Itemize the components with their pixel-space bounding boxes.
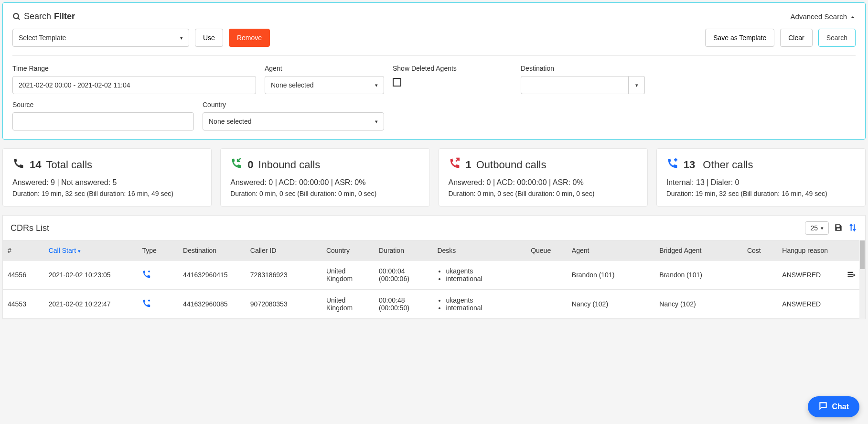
chevron-down-icon: ▾: [821, 225, 824, 231]
page-size-select[interactable]: 25 ▾: [805, 221, 829, 235]
col-header-country[interactable]: Country: [321, 241, 374, 261]
call-type-icon: [142, 273, 151, 281]
vertical-scrollbar[interactable]: [859, 240, 865, 319]
chevron-down-icon: ▾: [375, 119, 378, 125]
cell-desks: ukagentsinternational: [432, 261, 526, 290]
svg-point-0: [13, 14, 19, 19]
outbound-call-icon: [449, 157, 461, 173]
cell-agent: Nancy (102): [567, 290, 655, 319]
agent-select[interactable]: None selected ▾: [265, 76, 384, 94]
save-template-button[interactable]: Save as Template: [705, 29, 774, 47]
country-select[interactable]: None selected ▾: [203, 112, 384, 130]
col-header-destination[interactable]: Destination: [178, 241, 246, 261]
destination-input[interactable]: [521, 76, 629, 94]
other-call-icon: [666, 157, 679, 173]
svg-rect-2: [847, 272, 853, 272]
time-range-input[interactable]: 2021-02-02 00:00 - 2021-02-02 11:04: [12, 76, 256, 94]
col-header-desks[interactable]: Desks: [432, 241, 526, 261]
show-deleted-checkbox[interactable]: [393, 78, 401, 87]
time-range-field: Time Range 2021-02-02 00:00 - 2021-02-02…: [12, 65, 256, 94]
svg-rect-4: [847, 276, 853, 277]
cell-destination: 441632960415: [178, 261, 246, 290]
outbound-calls-card: 1 Outbound calls Answered: 0 | ACD: 00:0…: [439, 148, 648, 207]
show-deleted-field: Show Deleted Agents: [393, 65, 512, 94]
call-type-icon: [142, 302, 151, 310]
search-button[interactable]: Search: [818, 29, 856, 47]
source-field: Source: [12, 101, 194, 130]
cell-caller-id: 7283186923: [246, 261, 321, 290]
time-range-label: Time Range: [12, 65, 256, 72]
col-header-agent[interactable]: Agent: [567, 241, 655, 261]
destination-dropdown-button[interactable]: ▾: [629, 76, 645, 94]
destination-label: Destination: [521, 65, 645, 72]
list-title: CDRs List: [11, 223, 49, 233]
template-select[interactable]: Select Template ▾: [12, 29, 189, 47]
search-icon: [12, 11, 21, 22]
panel-title: Search Filter: [12, 11, 75, 22]
col-header-num[interactable]: #: [3, 241, 44, 261]
svg-line-1: [18, 18, 20, 20]
cell-duration: 00:00:48(00:00:50): [374, 290, 432, 319]
svg-rect-3: [847, 274, 853, 275]
other-calls-card: 13 Other calls Internal: 13 | Dialer: 0 …: [656, 148, 866, 207]
table-row[interactable]: 445562021-02-02 10:23:054416329604157283…: [3, 261, 865, 290]
agent-field: Agent None selected ▾: [265, 65, 384, 94]
inbound-calls-card: 0 Inbound calls Answered: 0 | ACD: 00:00…: [220, 148, 429, 207]
cell-hangup: ANSWERED: [777, 290, 842, 319]
cell-caller-id: 9072080353: [246, 290, 321, 319]
cell-call-start: 2021-02-02 10:23:05: [44, 261, 138, 290]
cell-country: United Kingdom: [321, 261, 374, 290]
country-field: Country None selected ▾: [203, 101, 384, 130]
col-header-hangup[interactable]: Hangup reason: [777, 241, 842, 261]
cell-num: 44556: [3, 261, 44, 290]
search-filter-panel: Search Filter Advanced Search Select Tem…: [2, 2, 866, 140]
row-actions-icon[interactable]: [847, 272, 856, 280]
cell-destination: 441632960085: [178, 290, 246, 319]
cell-desks: ukagentsinternational: [432, 290, 526, 319]
chevron-down-icon: ▾: [375, 82, 378, 88]
col-header-caller-id[interactable]: Caller ID: [246, 241, 321, 261]
cdrs-table: # Call Start ▾ Type Destination Caller I…: [3, 240, 865, 319]
cell-queue: [526, 261, 567, 290]
advanced-search-toggle[interactable]: Advanced Search: [791, 12, 856, 21]
phone-icon: [12, 157, 25, 173]
clear-button[interactable]: Clear: [780, 29, 812, 47]
cell-num: 44553: [3, 290, 44, 319]
col-header-queue[interactable]: Queue: [526, 241, 567, 261]
source-label: Source: [12, 101, 194, 109]
show-deleted-label: Show Deleted Agents: [393, 65, 512, 72]
cell-country: United Kingdom: [321, 290, 374, 319]
col-header-duration[interactable]: Duration: [374, 241, 432, 261]
inbound-call-icon: [230, 157, 243, 173]
cell-call-start: 2021-02-02 10:22:47: [44, 290, 138, 319]
col-header-bridged-agent[interactable]: Bridged Agent: [654, 241, 742, 261]
cell-bridged-agent: Brandon (101): [654, 261, 742, 290]
stats-row: 14 Total calls Answered: 9 | Not answere…: [2, 148, 866, 207]
cell-cost: [742, 261, 777, 290]
save-icon[interactable]: [834, 223, 843, 234]
chevron-up-icon: [850, 12, 856, 21]
chevron-down-icon: ▾: [78, 248, 81, 254]
cdrs-list-panel: CDRs List 25 ▾ # Call Start ▾: [2, 215, 866, 319]
total-calls-card: 14 Total calls Answered: 9 | Not answere…: [2, 148, 212, 207]
cell-type: [137, 261, 178, 290]
use-button[interactable]: Use: [195, 29, 223, 47]
cell-agent: Brandon (101): [567, 261, 655, 290]
destination-field: Destination ▾: [521, 65, 645, 94]
columns-icon[interactable]: [848, 223, 857, 234]
source-input[interactable]: [12, 112, 194, 130]
agent-label: Agent: [265, 65, 384, 72]
cell-cost: [742, 290, 777, 319]
chevron-down-icon: ▾: [180, 35, 183, 41]
cell-duration: 00:00:04(00:00:06): [374, 261, 432, 290]
col-header-call-start[interactable]: Call Start ▾: [44, 241, 138, 261]
country-label: Country: [203, 101, 384, 109]
chevron-down-icon: ▾: [635, 82, 638, 88]
cell-bridged-agent: Nancy (102): [654, 290, 742, 319]
col-header-type[interactable]: Type: [137, 241, 178, 261]
col-header-cost[interactable]: Cost: [742, 241, 777, 261]
cell-type: [137, 290, 178, 319]
remove-button[interactable]: Remove: [229, 29, 270, 47]
table-row[interactable]: 445532021-02-02 10:22:474416329600859072…: [3, 290, 865, 319]
cell-hangup: ANSWERED: [777, 261, 842, 290]
